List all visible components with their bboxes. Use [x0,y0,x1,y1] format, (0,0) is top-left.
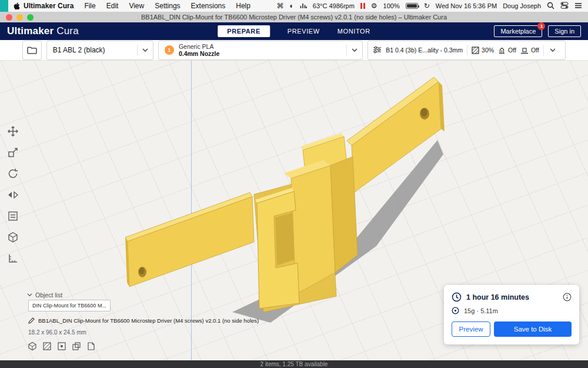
chevron-down-icon [548,41,557,59]
mesh-cutting-icon[interactable] [56,341,67,352]
folder-icon [27,47,37,54]
chevron-down-icon [138,41,153,59]
mesh-normal-icon[interactable] [27,341,38,352]
material-selector[interactable]: 1 Generic PLA 0.4mm Nozzle [158,41,363,60]
tab-prepare[interactable]: PREPARE [218,25,270,37]
finder-status-bar: 2 items, 1.25 TB available [0,360,588,368]
print-estimate-panel: 1 hour 16 minutes 15g · 5.11m Preview Sa… [444,285,579,344]
move-tool[interactable] [6,124,20,138]
sync-icon[interactable]: ↻ [424,2,430,10]
spotlight-search-icon[interactable] [547,2,554,11]
nozzle-size: 0.4mm Nozzle [179,50,219,57]
screen: Ultimaker Cura File Edit View Settings E… [0,0,588,368]
support-group: Off [498,47,516,54]
window-title: BB1ABL_DIN Clip-Mount for TB6600 Microst… [141,14,447,21]
open-file-button[interactable] [22,41,42,60]
notification-list-icon[interactable] [574,2,582,10]
printer-selector[interactable]: B1 ABL 2 (black) [46,41,153,60]
rotate-icon [7,168,19,180]
rotate-tool[interactable] [6,167,20,181]
menu-edit[interactable]: Edit [106,2,119,10]
finder-status-text: 2 items, 1.25 TB available [260,361,328,367]
printer-name: B1 ABL 2 (black) [53,46,137,54]
menu-extensions[interactable]: Extensions [191,2,226,10]
divider [543,45,544,56]
pause-indicator-icon[interactable] [360,3,365,9]
per-model-settings-icon [7,210,19,222]
infill-icon [472,47,479,54]
window-titlebar[interactable]: BB1ABL_DIN Clip-Mount for TB6600 Microst… [0,12,588,22]
object-list-item-name: DIN Clip-Mount for TB6600 M... [32,303,106,309]
display-contrast-icon[interactable]: ◐ [290,2,294,10]
save-to-disk-button[interactable]: Save to Disk [494,321,572,337]
menu-view[interactable]: View [129,2,144,10]
sign-in-button[interactable]: Sign in [548,25,581,37]
minimize-window-button[interactable] [16,14,23,21]
logo-light: Cura [54,25,79,37]
close-window-button[interactable] [6,14,12,21]
divider [467,45,467,56]
stats-graph-icon[interactable] [300,2,307,10]
move-icon [7,125,19,137]
clock-icon [452,292,462,302]
menu-file[interactable]: File [84,2,95,10]
support-blocker-icon [7,231,19,243]
config-toolbar: B1 ABL 2 (black) 1 Generic PLA 0.4mm Noz… [0,40,588,61]
support-value: Off [508,47,516,54]
support-blocker-tool[interactable] [6,230,20,244]
material-estimate: 15g · 5.11m [464,307,498,314]
mirror-tool[interactable] [6,188,20,202]
sensor-temp-readout[interactable]: 63°C 4986rpm [313,2,355,9]
gear-menu-icon[interactable]: ⚙ [371,2,377,10]
tab-monitor[interactable]: MONITOR [338,28,370,35]
fast-user-switch[interactable]: Doug Joseph [503,2,541,9]
save-label: Save to Disk [514,326,552,333]
zoom-window-button[interactable] [27,14,34,21]
adhesion-icon [520,47,529,54]
adhesion-value: Off [531,47,539,54]
macos-menubar: Ultimaker Cura File Edit View Settings E… [0,0,588,12]
scale-tool[interactable] [6,145,20,160]
infill-group: 30% [472,47,494,54]
viewport-3d[interactable]: Object list DIN Clip-Mount for TB6600 M.… [0,61,588,360]
measure-tool[interactable] [6,251,20,266]
menu-help[interactable]: Help [236,2,250,10]
mesh-infill-icon[interactable] [42,341,52,352]
menubar-app-name[interactable]: Ultimaker Cura [24,2,74,10]
menubar-clock[interactable]: Wed Nov 16 5:36 PM [436,2,497,9]
battery-percent[interactable]: 100% [383,2,400,9]
profile-name: B1 0.4 (3b) E...ality - 0.3mm [386,47,463,54]
battery-icon[interactable] [406,3,418,9]
menu-settings[interactable]: Settings [155,2,180,10]
mirror-icon [7,189,19,201]
chevron-down-icon [27,293,32,297]
tab-preview[interactable]: PREVIEW [288,28,320,35]
mesh-overlap-icon[interactable] [71,341,82,352]
project-file-row[interactable]: BB1ABL_DIN Clip-Mount for TB6600 Microst… [28,317,259,324]
sign-in-label: Sign in [554,28,574,35]
sliders-icon [373,46,382,55]
infill-value: 30% [482,47,494,54]
edit-pencil-icon [28,317,35,324]
marketplace-button[interactable]: Marketplace 1 [494,25,542,37]
support-icon [498,47,506,54]
apple-menu-icon[interactable] [13,2,20,10]
preview-label: Preview [459,326,483,333]
object-list-item[interactable]: DIN Clip-Mount for TB6600 M... [28,300,111,311]
cura-header: Ultimaker Cura PREPARE PREVIEW MONITOR M… [0,22,588,40]
control-center-icon[interactable] [560,2,569,10]
material-type: Generic PLA [179,43,219,50]
per-model-settings-tool[interactable] [6,209,20,223]
mesh-document-icon[interactable] [86,341,96,352]
info-icon[interactable] [563,293,572,301]
object-list-toggle[interactable]: Object list [27,291,62,299]
preview-button[interactable]: Preview [452,321,490,337]
marketplace-badge: 1 [537,22,545,30]
measure-icon [7,253,19,264]
keyboard-shortcut-icon[interactable]: ⌘ [277,2,284,10]
chevron-down-icon [347,41,362,59]
mesh-type-toolbar [27,341,96,352]
adhesion-group: Off [520,47,539,54]
stage-tabs: PREPARE PREVIEW MONITOR [218,25,370,37]
print-settings-selector[interactable]: B1 0.4 (3b) E...ality - 0.3mm 30% Off Of… [368,41,566,60]
